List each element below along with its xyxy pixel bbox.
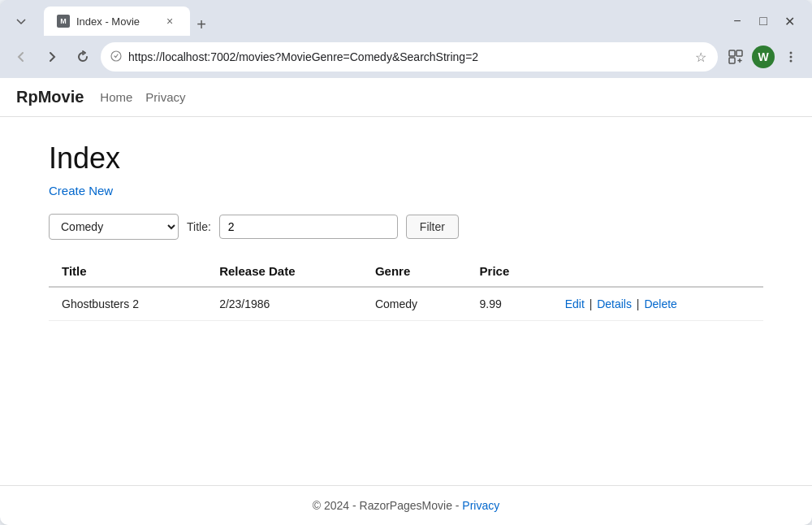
main-content: Index Create New Comedy All Genres Drama… (0, 117, 812, 485)
genre-select[interactable]: Comedy All Genres Drama Action Sci-Fi Ro… (49, 214, 179, 240)
filter-bar: Comedy All Genres Drama Action Sci-Fi Ro… (49, 214, 763, 240)
cell-actions: Edit | Details | Delete (552, 287, 763, 321)
nav-home-link[interactable]: Home (100, 90, 132, 104)
svg-point-4 (790, 52, 793, 54)
create-new-link[interactable]: Create New (49, 184, 113, 197)
svg-rect-1 (729, 50, 735, 56)
page-content: RpMovie Home Privacy Index Create New Co… (0, 78, 812, 525)
url-text: https://localhost:7002/movies?MovieGenre… (128, 50, 687, 63)
refresh-button[interactable] (70, 44, 96, 70)
minimize-button[interactable]: − (726, 10, 749, 33)
col-price: Price (467, 256, 552, 287)
new-tab-button[interactable]: + (190, 13, 213, 36)
edit-link[interactable]: Edit (565, 297, 585, 310)
site-footer: © 2024 - RazorPagesMovie - Privacy (0, 485, 812, 525)
svg-rect-2 (736, 50, 742, 56)
col-genre: Genre (362, 256, 467, 287)
site-nav: RpMovie Home Privacy (0, 78, 812, 117)
forward-button[interactable] (39, 44, 65, 70)
cell-genre: Comedy (362, 287, 467, 321)
back-button[interactable] (8, 44, 34, 70)
security-icon (110, 50, 122, 64)
maximize-button[interactable]: □ (752, 10, 775, 33)
active-tab[interactable]: M Index - Movie × (44, 7, 190, 36)
cell-title: Ghostbusters 2 (49, 287, 206, 321)
footer-privacy-link[interactable]: Privacy (462, 499, 499, 512)
profile-button[interactable]: W (752, 46, 775, 68)
svg-point-6 (790, 60, 793, 63)
title-search-input[interactable] (219, 215, 398, 239)
address-bar[interactable]: https://localhost:7002/movies?MovieGenre… (101, 42, 718, 72)
page-title: Index (49, 141, 763, 176)
action-sep-1: | (586, 297, 595, 310)
title-filter-label: Title: (187, 220, 211, 233)
col-actions (552, 256, 763, 287)
tab-title-text: Index - Movie (76, 15, 156, 28)
extensions-button[interactable] (723, 44, 749, 70)
tab-expand-button[interactable] (8, 8, 34, 34)
site-brand: RpMovie (16, 88, 84, 106)
menu-button[interactable] (778, 44, 804, 70)
nav-privacy-link[interactable]: Privacy (145, 90, 185, 104)
table-header-row: Title Release Date Genre Price (49, 256, 763, 287)
col-release-date: Release Date (206, 256, 362, 287)
copyright-text: © 2024 - RazorPagesMovie - (313, 499, 460, 512)
filter-button[interactable]: Filter (406, 215, 459, 239)
action-sep-2: | (633, 297, 642, 310)
cell-release-date: 2/23/1986 (206, 287, 362, 321)
delete-link[interactable]: Delete (644, 297, 676, 310)
details-link[interactable]: Details (597, 297, 632, 310)
col-title: Title (49, 256, 206, 287)
bookmark-button[interactable]: ☆ (693, 48, 708, 67)
svg-rect-3 (729, 58, 735, 63)
tab-close-button[interactable]: × (162, 14, 177, 28)
close-button[interactable]: ✕ (778, 10, 801, 33)
svg-point-5 (790, 56, 793, 59)
table-row: Ghostbusters 2 2/23/1986 Comedy 9.99 Edi… (49, 287, 763, 321)
tab-favicon: M (57, 15, 70, 28)
cell-price: 9.99 (467, 287, 552, 321)
movie-table: Title Release Date Genre Price Ghostbust… (49, 256, 763, 321)
